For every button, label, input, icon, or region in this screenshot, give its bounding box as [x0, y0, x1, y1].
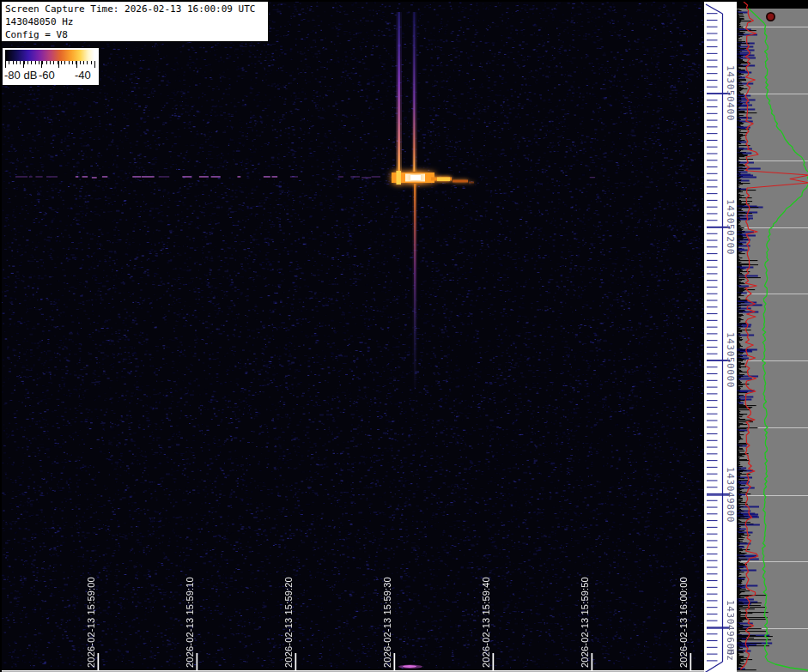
spectrogram-waterfall[interactable] — [2, 2, 704, 672]
frequency-unit-label: Hz — [725, 649, 736, 661]
capture-time-text: Screen Capture Time: 2026-02-13 16:00:09… — [5, 3, 264, 15]
time-axis-label: 2026-02-13 15:59:30 — [382, 577, 392, 668]
time-axis-label: 2026-02-13 15:59:50 — [580, 577, 590, 668]
frequency-axis-label: 143049800 — [725, 467, 736, 523]
capture-info-overlay: Screen Capture Time: 2026-02-13 16:00:09… — [2, 2, 269, 42]
colorbar-label: -40 — [75, 69, 91, 82]
spectrum-panel[interactable] — [737, 2, 808, 672]
config-text: Config = V8 — [5, 28, 264, 41]
colorbar-gradient — [5, 50, 94, 61]
app-window: 2026-02-13 15:59:002026-02-13 15:59:1020… — [0, 0, 808, 672]
time-axis-label: 2026-02-13 15:59:40 — [481, 577, 491, 668]
colorbar-label: -60 — [39, 69, 55, 82]
time-axis-label: 2026-02-13 15:59:20 — [283, 577, 294, 668]
frequency-axis-label: 143050400 — [725, 65, 736, 121]
time-axis-label: 2026-02-13 16:00:00 — [678, 577, 689, 668]
frequency-axis-label: 143050200 — [725, 199, 736, 255]
colorbar-label: -80 dB — [4, 69, 37, 82]
time-axis-label: 2026-02-13 15:59:00 — [86, 577, 96, 668]
frequency-axis-label: 143049600 — [725, 600, 736, 656]
frequency-axis-label: 143050000 — [725, 332, 736, 388]
colorbar-labels: -80 dB-60-40 — [3, 69, 99, 82]
time-axis-label: 2026-02-13 15:59:10 — [185, 577, 195, 668]
colorbar: -80 dB-60-40 — [3, 48, 99, 85]
center-frequency-text: 143048050 Hz — [5, 15, 264, 28]
colorbar-minor-ticks — [5, 61, 94, 64]
